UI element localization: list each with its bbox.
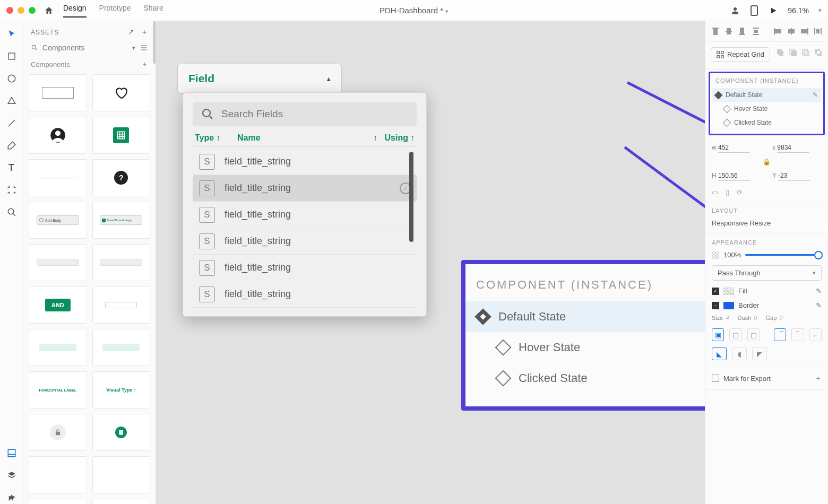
zoom-tool[interactable]	[5, 206, 18, 219]
col-name[interactable]: Name	[237, 133, 346, 143]
fill-checkbox[interactable]: ✓	[712, 288, 719, 295]
asset-range-bar[interactable]	[29, 499, 87, 504]
field-row[interactable]: Sfield_title_string	[193, 149, 417, 175]
asset-dots[interactable]	[92, 499, 151, 504]
export-add-icon[interactable]: ＋	[815, 373, 822, 383]
asset-mini-input[interactable]	[92, 286, 151, 324]
border-swatch[interactable]	[723, 302, 734, 309]
play-icon[interactable]	[769, 6, 778, 15]
height-field[interactable]: H	[712, 171, 762, 181]
mobile-preview-icon[interactable]	[749, 6, 759, 15]
list-view-icon[interactable]	[140, 44, 148, 52]
col-type[interactable]: Type ↑	[195, 133, 237, 143]
lock-aspect-icon[interactable]: 🔒	[712, 158, 822, 166]
join-miter-icon[interactable]: ◣	[712, 347, 727, 360]
asset-avatar[interactable]	[29, 117, 87, 154]
search-icon[interactable]	[31, 44, 38, 51]
minimize-window[interactable]	[18, 7, 24, 14]
align-left-icon[interactable]	[773, 25, 782, 37]
asset-lock[interactable]	[29, 414, 87, 451]
eyedropper-icon[interactable]: ✎	[816, 287, 822, 295]
flip-v-icon[interactable]: ▯	[726, 188, 729, 196]
state-hover[interactable]: Hover State	[712, 102, 821, 116]
align-top-icon[interactable]	[711, 25, 720, 37]
close-window[interactable]	[6, 7, 13, 14]
asset-add-badge[interactable]: Add Body	[29, 202, 87, 239]
plugins-toggle[interactable]	[5, 491, 18, 504]
flip-h-icon[interactable]: ▭	[712, 188, 718, 196]
cap-butt-icon[interactable]: ⎾	[774, 328, 786, 341]
border-dash[interactable]: Dash 0	[738, 315, 757, 321]
border-checkbox[interactable]: –	[712, 302, 719, 309]
fill-swatch[interactable]	[723, 288, 734, 295]
tab-design[interactable]: Design	[63, 4, 87, 18]
y-field[interactable]: Y	[772, 171, 822, 181]
text-tool[interactable]: T	[5, 161, 18, 174]
edit-icon[interactable]: ✎	[813, 91, 818, 99]
asset-pill-a[interactable]	[29, 329, 87, 366]
asset-blank2[interactable]	[92, 456, 151, 493]
add-component-icon[interactable]: ＋	[141, 59, 148, 69]
asset-stepper-a[interactable]	[29, 244, 87, 281]
align-hcenter-icon[interactable]	[787, 25, 796, 37]
state-clicked[interactable]: Clicked State	[712, 116, 821, 129]
opacity-value[interactable]: 100%	[723, 251, 741, 259]
bool-exclude-icon[interactable]	[814, 48, 823, 57]
bool-union-icon[interactable]	[776, 48, 784, 57]
select-tool[interactable]	[5, 28, 18, 40]
state-clicked[interactable]: Clicked State	[465, 363, 705, 394]
field-dropdown-component[interactable]: Field ▴ Search Fields Type ↑ Name ↑ Usin…	[177, 64, 427, 317]
home-icon[interactable]	[44, 6, 54, 15]
maximize-window[interactable]	[29, 7, 36, 14]
tab-prototype[interactable]: Prototype	[99, 4, 131, 18]
asset-book[interactable]	[92, 414, 151, 451]
opacity-slider[interactable]	[745, 254, 822, 256]
rows-scrollbar[interactable]	[409, 152, 413, 242]
field-row[interactable]: Sfield_title_string	[193, 281, 417, 308]
tab-share[interactable]: Share	[144, 4, 163, 18]
field-search[interactable]: Search Fields	[193, 102, 417, 126]
pen-tool[interactable]	[5, 139, 18, 152]
x-field[interactable]: x	[772, 143, 822, 153]
bool-subtract-icon[interactable]	[789, 48, 797, 57]
asset-hlabel[interactable]: HORIZONTAL LABEL	[29, 371, 87, 409]
export-checkbox[interactable]	[712, 375, 719, 382]
chevron-down-icon[interactable]: ▾	[818, 7, 822, 14]
repeat-grid-button[interactable]: Repeat Grid	[711, 47, 770, 62]
state-default[interactable]: Default State ✎	[712, 88, 821, 102]
align-vcenter-icon[interactable]	[724, 25, 733, 37]
document-title[interactable]: PDH-Dashboard *▾	[380, 6, 448, 15]
border-size[interactable]: Size 4	[712, 315, 729, 321]
join-round-icon[interactable]: ◖	[732, 347, 747, 360]
stroke-outer-icon[interactable]: ▢	[747, 328, 760, 341]
polygon-tool[interactable]	[5, 94, 18, 107]
distribute-v-icon[interactable]	[751, 25, 760, 37]
asset-and-chip[interactable]: AND	[29, 286, 87, 324]
asset-stepper-b[interactable]	[92, 244, 151, 281]
asset-blank[interactable]	[29, 456, 87, 493]
account-icon[interactable]	[730, 6, 740, 15]
distribute-h-icon[interactable]	[814, 25, 823, 37]
asset-table-builder[interactable]	[92, 117, 151, 154]
border-gap[interactable]: Gap 0	[765, 315, 782, 321]
join-bevel-icon[interactable]: ◤	[752, 347, 767, 360]
eyedropper-icon[interactable]: ✎	[816, 301, 822, 309]
field-row[interactable]: Sfield_title_string	[193, 255, 417, 281]
align-bottom-icon[interactable]	[738, 25, 747, 37]
state-default[interactable]: Default State	[465, 301, 705, 332]
asset-rect[interactable]	[29, 74, 87, 111]
asset-time-range[interactable]: Date/Time Range	[92, 202, 151, 239]
asset-line[interactable]	[29, 159, 87, 196]
layers-toggle[interactable]	[5, 469, 18, 482]
field-row[interactable]: Sfield_title_string	[193, 228, 417, 255]
asset-pill-b[interactable]	[92, 329, 151, 366]
asset-vistype[interactable]: Visual Type ↑	[92, 371, 151, 409]
rotate-icon[interactable]: ⟳	[737, 188, 743, 196]
artboard-tool[interactable]	[5, 184, 18, 196]
field-row[interactable]: Sfield_title_string✓	[193, 175, 417, 202]
rectangle-tool[interactable]	[5, 50, 18, 63]
width-field[interactable]: w	[712, 143, 762, 153]
state-hover[interactable]: Hover State	[465, 332, 705, 363]
publish-icon[interactable]: ↗	[128, 28, 134, 37]
stroke-inner-icon[interactable]: ▣	[712, 328, 724, 341]
